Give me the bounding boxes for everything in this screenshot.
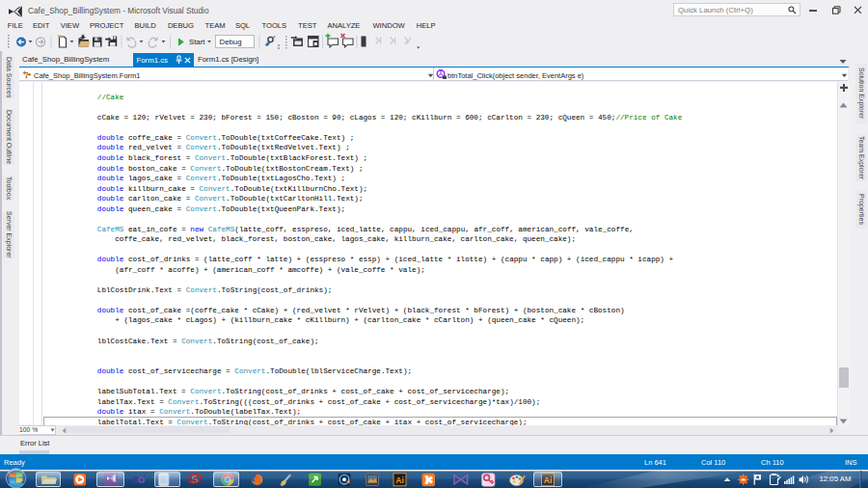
svg-text:Ai: Ai xyxy=(395,474,404,484)
